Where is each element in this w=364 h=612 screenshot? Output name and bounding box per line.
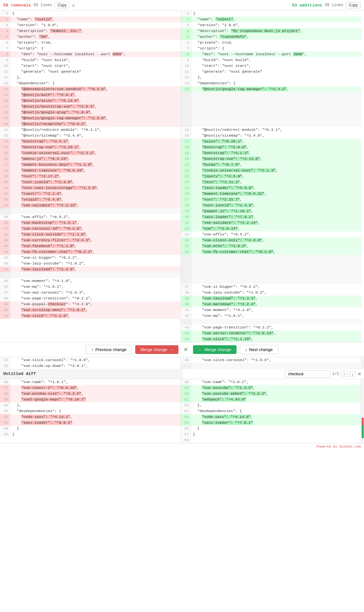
table-row: 41 "vue-fb-customer-chat": "^0.2.2", xyxy=(0,249,181,255)
diff-header: 58 removals 65 lines Copy ⇄ 53 additions… xyxy=(0,0,364,11)
diff-wrapper-bottom: 56 "vue-tawk": "^1.0.1", 57 "vue-toastr-… xyxy=(0,379,364,443)
table-row: 29 "popper.js": "^1.16.1", xyxy=(181,208,362,214)
table-row: 49 "vue-paypal-checkout": "^3.2.0", xyxy=(0,301,181,307)
table-row: 38 "vue-click-outside": "^1.1.0", xyxy=(0,232,181,237)
diff-wrapper-top: 1{ 2 "name": "nuxtjs", 3 "version": "1.0… xyxy=(0,11,364,342)
table-row: 56 } xyxy=(181,426,361,431)
table-row: 53 "vue-slide-up-down": "^2.0.1", xyxy=(0,363,181,369)
table-row: 40 "vue-facebook": "^1.1.0", xyxy=(0,243,181,249)
merge-change-left-button[interactable]: Merge change → xyxy=(135,345,178,354)
diff-side-right-bottom: 48 "vue-tawk": "^1.0.1", 49 "vue-youtube… xyxy=(181,379,361,443)
table-row: 50 "vue-scrollup-menu": "^1.0.1", xyxy=(0,307,181,313)
table-row: 6 "private": true, xyxy=(181,40,362,46)
copy-right-button[interactable]: Copy xyxy=(346,2,361,8)
table-row: 32 "toastr": "^2.1.4", xyxy=(0,191,181,197)
prev-change-button[interactable]: ↑ Previous change xyxy=(86,345,132,354)
scrollbar-right-bottom[interactable] xyxy=(361,379,364,443)
table-row xyxy=(181,272,362,278)
removals-badge: 58 removals xyxy=(3,3,31,8)
table-row: 55 "sass-loader": "^7.0.1" xyxy=(181,420,361,426)
table-row: 28 "nuxt-jsonld": "^1.4.9", xyxy=(181,202,362,208)
table-row: 2 "name": "nuxtjs", xyxy=(0,16,181,22)
table-row: 53 "devDependencies": { xyxy=(181,408,361,414)
table-row: 6 "private": true, xyxy=(0,40,181,46)
table-row: 35 "vue-affix": "^0.5.2", xyxy=(0,214,181,220)
footer: Powered by HinhSo.com xyxy=(0,443,364,450)
table-row: 62 "node-sass": "^4.14.1", xyxy=(0,414,180,420)
table-row: 20 "@nuxtjs/recaptcha": "^0.6.2", xyxy=(0,121,181,127)
up-arrow-icon: ↑ xyxy=(91,347,94,352)
table-row: 13 "dependencies": { xyxy=(0,80,181,86)
footer-text: Powered by HinhSo.com xyxy=(316,445,361,449)
search-close-button[interactable]: ✕ xyxy=(358,371,361,377)
table-row: 59 "vue2-google-maps": "^0.10.7" xyxy=(0,397,180,402)
table-row: 35 "vue-echo": "^1.0.2", xyxy=(181,243,362,249)
table-row: 52 "vue-slick-carousel": "^1.0.6", xyxy=(0,357,181,363)
table-row: 36 "vue-fb-customer-chat": "^0.2.0", xyxy=(181,249,362,255)
lines-right: 58 lines xyxy=(325,3,343,7)
table-row: 33 "vue-affix": "^0.5.2", xyxy=(181,232,362,237)
diff-side-right: 1{ 2 "name": "nubest", 3 "version": "1.0… xyxy=(181,11,362,342)
table-row: 3 "version": "1.0.0", xyxy=(181,22,362,28)
table-row: 22 "cookie-universal-nuxt": "^2.1.3", xyxy=(181,168,362,173)
diff-side-left-bottom: 56 "vue-tawk": "^1.0.1", 57 "vue-toastr-… xyxy=(0,379,181,443)
table-row xyxy=(181,109,362,115)
scrollbar-right-mid[interactable] xyxy=(361,357,364,369)
diff-container-bottom: 56 "vue-tawk": "^1.0.1", 57 "vue-toastr-… xyxy=(0,379,361,443)
lines-left: 65 lines xyxy=(34,3,52,7)
table-row: 42 "vue-it-bigger": "^0.2.2", xyxy=(0,255,181,261)
table-row: 54 "node-sass": "^4.14.0", xyxy=(181,414,361,420)
table-row: 30 "sass-loader": "^7.0.1", xyxy=(181,214,362,220)
merge-bar: ↑ Previous change Merge change → ✕ ← Mer… xyxy=(0,342,364,357)
table-row: 12 }, xyxy=(0,75,181,80)
table-row: 16 "@nuxtjs/axios": "^5.13.6", xyxy=(0,98,181,104)
table-row: 36 "vue-backtotop": "^1.6.1", xyxy=(0,220,181,226)
table-row xyxy=(181,98,362,104)
table-row: 23 "jquery": "^3.5.0", xyxy=(181,173,362,179)
table-row: 34 "vee-validate": "^2.2.15", xyxy=(0,202,181,208)
table-row: 61 "devDependencies": { xyxy=(0,408,180,414)
table-row: 16 "@nuxtjs/sitemap": "^2.4.0", xyxy=(181,133,362,139)
table-row: 8 "dev": "nuxt --hostname localhost --po… xyxy=(181,51,362,57)
search-next-button[interactable]: ↓ xyxy=(349,371,356,377)
table-row xyxy=(181,261,362,266)
table-row: 7 "scripts": { xyxy=(181,46,362,51)
merge-close-button[interactable]: ✕ xyxy=(182,346,190,353)
section-header: Untitled diff 1/1 ↑ ↓ ✕ xyxy=(0,369,364,379)
table-row: 44 "vue-lazyload": "^1.3.5", xyxy=(0,266,181,272)
table-row: 17 "@nuxtjs/bootstrap-vue": "^2.0.4", xyxy=(0,104,181,109)
next-change-button[interactable]: ↓ Next change xyxy=(240,345,278,354)
table-row: 23 "bootstrap": "^3.4.1", xyxy=(0,139,181,144)
table-row xyxy=(181,92,362,98)
table-row: 34 "vue-client-only": "^2.0.0", xyxy=(181,237,362,243)
table-row: 56 "vue-tawk": "^1.0.1", xyxy=(0,379,180,385)
search-count: 1/1 xyxy=(332,372,339,376)
table-row: 31 "nuxt-vuex-localstorage": "^1.3.0", xyxy=(0,185,181,191)
table-row: 21 "@nuxtjs/redirect-module": "^0.3.1", xyxy=(0,127,181,133)
table-row: 39 "vue-currency-filter": "^3.4.3", xyxy=(0,237,181,243)
table-row: 43 "vue-lazy-youtube": "^1.0.2", xyxy=(0,261,181,266)
table-row: 14 "@nuxtjs/google-tag-manager": "^2.3.2… xyxy=(181,86,362,92)
merge-change-right-button[interactable]: ← Merge change xyxy=(193,345,236,354)
table-row: 17 "axios": "^0.26.1", xyxy=(181,139,362,144)
table-row: 51 "webpack": "^4.43.0" xyxy=(181,397,361,402)
table-row: 21 "bulma": "^0.7.5", xyxy=(181,162,362,168)
table-row: 11 "generate": "nuxt generate" xyxy=(0,69,181,75)
search-prev-button[interactable]: ↑ xyxy=(341,371,348,377)
table-row: 29 "nuxt": "^2.17.2", xyxy=(0,173,181,179)
search-input[interactable] xyxy=(285,370,330,378)
table-row: 33 "uniqid": "^5.4.0", xyxy=(0,197,181,202)
table-row: 18 "boostrap": "^2.0.0", xyxy=(181,144,362,150)
table-row: 1{ xyxy=(0,11,181,16)
copy-left-button[interactable]: Copy xyxy=(55,2,69,8)
table-row: 37 "vue-it-bigger": "^0.2.2", xyxy=(181,284,362,290)
table-row: 48 "vue-page-transition": "^0.2.2", xyxy=(0,296,181,301)
table-row: 13 "dependencies": { xyxy=(181,80,362,86)
diff-wrapper-mid: 52 "vue-slick-carousel": "^1.0.6", 53 "v… xyxy=(0,357,364,369)
table-row xyxy=(181,319,362,325)
table-row: 15 "@nuxtjs/redirect-module": "^0.3.1", xyxy=(181,127,362,133)
table-row: 4 "description": "NuBest, Inc.", xyxy=(0,28,181,34)
table-row: 52 }, xyxy=(181,402,361,408)
table-row: 41 "vue-moment": "^4.1.0", xyxy=(181,307,362,313)
table-row: 24 "less": "^3.11.1", xyxy=(181,179,362,185)
